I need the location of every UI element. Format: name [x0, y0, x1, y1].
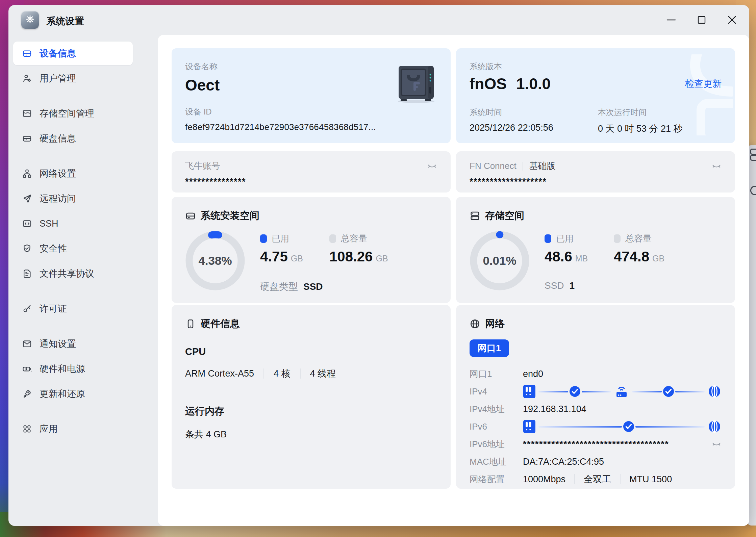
check-circle-icon — [569, 385, 581, 398]
ipv4-label: IPv4 — [470, 386, 523, 397]
sidebar-item-label: 许可证 — [40, 303, 67, 315]
device-card: 设备名称 Oect 设备 ID fe8ef9724b1d7214be72903e… — [172, 48, 451, 143]
ram-value: 条共 4 GB — [185, 428, 437, 440]
ipv6-address-row: IPv6地址 *********************************… — [470, 435, 722, 453]
check-circle-icon — [662, 385, 675, 398]
storage-space-percent: 0.01% — [470, 231, 530, 291]
ipv4-address: 192.168.31.104 — [523, 404, 722, 414]
minimize-button[interactable] — [665, 14, 677, 26]
sidebar-item-label: 网络设置 — [40, 168, 76, 180]
used-unit: MB — [575, 254, 588, 263]
close-button[interactable] — [726, 14, 738, 26]
ipv6-connectivity-diagram — [523, 419, 722, 434]
background-window-icon-fragment — [750, 186, 756, 195]
sidebar-item-label: SSH — [40, 219, 58, 229]
disk-type-value: SSD — [303, 281, 323, 292]
maximize-button[interactable] — [696, 14, 707, 26]
cpu-cores: 4 核 — [274, 367, 291, 380]
sidebar-item-label: 用户管理 — [40, 72, 76, 84]
system-settings-window: 系统设置 设备信息用户管理存储空间管理硬盘信息网络设置远程访问SSH安全性文件共… — [8, 5, 749, 526]
used-value: 4.75 — [260, 249, 288, 265]
ipv6-address: ************************************ — [523, 439, 669, 450]
sidebar-item-remote[interactable]: 远程访问 — [13, 187, 133, 210]
sidebar-item-license[interactable]: 许可证 — [13, 297, 133, 321]
sidebar-item-power[interactable]: 硬件和电源 — [13, 357, 133, 381]
nas-illustration — [395, 65, 438, 105]
mac-address-row: MAC地址 DA:7A:CA:25:C4:95 — [470, 453, 722, 470]
total-label: 总容量 — [341, 233, 367, 245]
storage-space-title: 存储空间 — [485, 209, 524, 223]
divider — [574, 474, 575, 484]
device-id: fe8ef9724b1d7214be72903e3766458368d517..… — [185, 122, 437, 132]
install-space-percent: 4.38% — [185, 231, 245, 291]
ipv6-status-row: IPv6 — [470, 418, 722, 435]
ipv4-connectivity-diagram — [523, 384, 722, 399]
sidebar-item-apps[interactable]: 应用 — [13, 417, 133, 441]
ipv6-label: IPv6 — [470, 421, 523, 432]
sidebar-item-network[interactable]: 网络设置 — [13, 162, 133, 185]
sidebar-item-security[interactable]: 安全性 — [13, 237, 133, 260]
sidebar-item-users[interactable]: 用户管理 — [13, 67, 133, 90]
eye-closed-icon[interactable] — [427, 161, 437, 171]
uptime-value: 0 天 0 时 53 分 21 秒 — [598, 123, 683, 135]
inbox-icon — [22, 108, 32, 119]
device-chip-icon — [185, 318, 196, 329]
internet-globe-icon — [707, 419, 722, 434]
sidebar-item-storage-mgmt[interactable]: 存储空间管理 — [13, 102, 133, 125]
hardware-card: 硬件信息 CPU ARM Cortex-A55 4 核 4 线程 运行内存 条共… — [172, 305, 451, 489]
background-window-icon-fragment — [750, 155, 756, 161]
cpu-threads: 4 线程 — [310, 367, 336, 380]
storage-space-card: 存储空间 0.01% 已用 48.6MB — [456, 197, 735, 303]
sidebar-item-ssh[interactable]: SSH — [13, 212, 133, 235]
sidebar-item-label: 远程访问 — [40, 193, 76, 205]
gear-icon — [25, 14, 35, 26]
sidebar-item-label: 存储空间管理 — [40, 107, 94, 120]
os-version: 1.0.0 — [516, 75, 551, 93]
network-title: 网络 — [485, 317, 505, 331]
version-label: 系统版本 — [470, 61, 722, 72]
globe-icon — [470, 318, 480, 329]
window-controls — [665, 5, 738, 35]
used-label: 已用 — [272, 233, 289, 245]
link-speed: 1000Mbps — [523, 474, 565, 485]
total-unit: GB — [652, 254, 664, 263]
network-config-label: 网络配置 — [470, 474, 523, 485]
system-time: 2025/12/26 22:05:56 — [470, 123, 598, 133]
sidebar-item-notify[interactable]: 通知设置 — [13, 332, 133, 356]
sidebar-item-update[interactable]: 更新和还原 — [13, 382, 133, 406]
port-label: 网口1 — [470, 368, 523, 380]
app-icon — [21, 11, 39, 29]
send-icon — [22, 194, 32, 204]
install-space-donut: 4.38% — [185, 231, 245, 291]
total-legend-marker — [329, 234, 336, 243]
divider — [620, 474, 621, 484]
eye-closed-icon[interactable] — [711, 161, 722, 171]
mtu-value: MTU 1500 — [629, 474, 672, 485]
nas-node-icon — [523, 419, 536, 434]
total-value: 474.8 — [614, 249, 649, 265]
used-value: 48.6 — [545, 249, 572, 265]
sidebar-item-device-info[interactable]: 设备信息 — [13, 42, 133, 65]
check-circle-icon — [623, 420, 635, 433]
sidebar-item-file-share[interactable]: 文件共享协议 — [13, 262, 133, 285]
drive-icon — [185, 210, 196, 221]
sidebar-item-label: 文件共享协议 — [40, 267, 94, 280]
cpu-label: CPU — [185, 346, 437, 357]
mac-address-label: MAC地址 — [470, 456, 523, 468]
ipv4-address-label: IPv4地址 — [470, 403, 523, 415]
port-tab-button[interactable]: 网口1 — [470, 339, 509, 357]
network-card: 网络 网口1 网口1 end0 IPv4 — [456, 305, 735, 489]
total-unit: GB — [376, 254, 388, 263]
eye-closed-icon[interactable] — [711, 439, 722, 449]
topology-icon — [22, 169, 32, 179]
install-space-title: 系统安装空间 — [201, 209, 259, 223]
ssd-count: 1 — [570, 280, 575, 291]
sidebar-item-label: 应用 — [40, 423, 58, 435]
sidebar-item-disk-info[interactable]: 硬盘信息 — [13, 127, 133, 150]
fn-connect-tier: 基础版 — [529, 160, 556, 172]
sidebar-item-label: 安全性 — [40, 242, 67, 255]
check-update-link[interactable]: 检查更新 — [685, 78, 722, 90]
titlebar: 系统设置 — [8, 5, 749, 35]
internet-globe-icon — [707, 384, 722, 399]
os-name: fnOS — [470, 75, 507, 93]
